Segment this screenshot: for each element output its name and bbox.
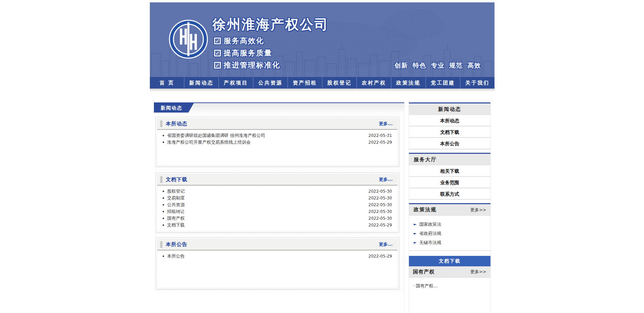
news-date: 2022-05-29 xyxy=(368,140,392,145)
checkbox-icon: ✓ xyxy=(214,38,221,44)
state-assets-item-label[interactable]: 国有产权... xyxy=(416,283,437,288)
value-word: 高效 xyxy=(467,61,481,70)
header-bar-icon xyxy=(160,121,162,127)
state-assets-title: 国有产权 xyxy=(413,269,435,275)
sidebar-gap xyxy=(409,149,490,153)
more-link[interactable]: 更多... xyxy=(379,121,393,127)
slogan-line: ✓ 提高服务质量 xyxy=(214,47,280,59)
nav-item-home[interactable]: 首 页 xyxy=(150,77,184,89)
sidebar-item-related-downloads[interactable]: 相关下载 xyxy=(409,165,490,177)
bullet-icon xyxy=(163,218,164,219)
news-date: 2022-05-29 xyxy=(368,223,392,227)
value-word: 创新 xyxy=(394,61,408,70)
policy-item-national[interactable]: ► 国家政策法 xyxy=(414,220,490,229)
news-title[interactable]: 招租转让 xyxy=(167,209,185,215)
nav-item-party-union[interactable]: 党工团建 xyxy=(426,77,460,89)
list-item[interactable]: 交易制度 2022-05-30 xyxy=(162,195,392,201)
tab-news[interactable]: 新闻动态 xyxy=(154,103,194,113)
sidebar-item-dynamics[interactable]: 本所动态 xyxy=(409,115,490,126)
values-line: 创新 特色 专业 规范 高效 xyxy=(394,61,481,70)
state-assets-more-link[interactable]: 更多>> xyxy=(470,269,486,275)
sidebar-item-announcements[interactable]: 本所公告 xyxy=(409,138,490,149)
nav-item-news[interactable]: 新闻动态 xyxy=(184,77,218,89)
list-item[interactable]: 招租转让 2022-05-30 xyxy=(162,208,392,215)
more-link[interactable]: 更多... xyxy=(379,176,393,183)
news-title[interactable]: 淮海产权公司开展产权交易系统线上培训会 xyxy=(167,139,251,145)
policy-more-link[interactable]: 更多>> xyxy=(470,207,486,213)
list-item[interactable]: 本所公告 2022-05-29 xyxy=(162,253,392,260)
sidebar-item-contact[interactable]: 联系方式 xyxy=(409,188,490,200)
policy-list: ► 国家政策法 ► 省政府法规 ► 无锡市法规 xyxy=(409,216,490,251)
more-link[interactable]: 更多... xyxy=(379,241,393,247)
slogan-text: 服务高效化 xyxy=(224,36,264,46)
company-logo xyxy=(168,19,208,59)
news-title[interactable]: 公共资源 xyxy=(167,202,185,208)
docs-download-banner[interactable]: 文档下载 xyxy=(409,256,490,266)
page: 徐州淮海产权公司 ✓ 服务高效化 ✓ 提高服务质量 ✓ 推进管理标准化 创新 特… xyxy=(0,0,644,313)
checkbox-icon: ✓ xyxy=(214,62,221,69)
value-word: 专业 xyxy=(431,61,444,70)
slogan-text: 推进管理标准化 xyxy=(224,60,280,70)
policy-item-label[interactable]: 无锡市法规 xyxy=(419,240,441,246)
news-date: 2022-05-30 xyxy=(368,189,392,194)
slogan-line: ✓ 服务高效化 xyxy=(214,35,280,47)
state-assets-header: 国有产权 更多>> xyxy=(409,266,490,278)
nav-shadow-strip xyxy=(150,89,495,92)
sidebar-menu-title: 新闻动态 xyxy=(409,103,490,115)
slogan-text: 提高服务质量 xyxy=(224,48,272,58)
news-title[interactable]: 省国资委调研组赴国盛集团调研 徐州淮海产权公司 xyxy=(167,133,265,139)
slogan-line: ✓ 推进管理标准化 xyxy=(214,59,280,71)
nav-item-about-us[interactable]: 关于我们 xyxy=(460,77,495,89)
list-item[interactable]: 股权登记 2022-05-30 xyxy=(162,188,392,195)
bullet-icon xyxy=(163,142,164,143)
header-banner: 徐州淮海产权公司 ✓ 服务高效化 ✓ 提高服务质量 ✓ 推进管理标准化 创新 特… xyxy=(150,2,495,77)
section-title: 文档下载 xyxy=(166,176,187,183)
sidebar-menu-service-hall: 服务大厅 相关下载 业务范围 联系方式 xyxy=(409,153,490,200)
nav-item-rural-property[interactable]: 农村产权 xyxy=(356,77,391,89)
bullet-icon xyxy=(163,256,164,257)
news-title[interactable]: 交易制度 xyxy=(167,195,185,201)
sidebar-item-documents[interactable]: 文档下载 xyxy=(409,126,490,138)
sidebar-gap xyxy=(409,200,490,203)
news-date: 2022-05-31 xyxy=(368,133,392,138)
news-tab-bar: 新闻动态 xyxy=(154,102,404,113)
nav-item-public-resources[interactable]: 公共资源 xyxy=(253,77,288,89)
news-column: 新闻动态 本所动态 更多... 省国资委调研组赴国盛集团调研 徐州淮海产权公司 … xyxy=(154,102,405,313)
section-header: 本所动态 更多... xyxy=(157,118,397,130)
header-bar-icon xyxy=(160,241,162,248)
arrow-right-icon: ► xyxy=(414,240,416,245)
section-header: 文档下载 更多... xyxy=(157,174,397,186)
list-item[interactable]: 文档下载 2022-05-29 xyxy=(162,222,392,228)
policy-header: 政策法规 更多>> xyxy=(409,204,490,216)
policy-item-label[interactable]: 国家政策法 xyxy=(419,221,441,227)
news-list: 股权登记 2022-05-30 交易制度 2022-05-30 公共资源 202… xyxy=(157,186,397,230)
news-date: 2022-05-30 xyxy=(368,209,392,214)
section-box-documents: 文档下载 更多... 股权登记 2022-05-30 交易制度 2022-05-… xyxy=(156,172,399,233)
worldmap-texture-2 xyxy=(383,9,444,40)
list-item[interactable]: 省国资委调研组赴国盛集团调研 徐州淮海产权公司 2022-05-31 xyxy=(162,132,392,139)
slogan-list: ✓ 服务高效化 ✓ 提高服务质量 ✓ 推进管理标准化 xyxy=(214,35,280,71)
nav-item-property-projects[interactable]: 产权项目 xyxy=(218,77,253,89)
news-title[interactable]: 股权登记 xyxy=(167,188,185,194)
news-title[interactable]: 文档下载 xyxy=(167,222,185,228)
nav-item-asset-leasing[interactable]: 资产招租 xyxy=(288,77,322,89)
state-assets-item[interactable]: · 国有产权... xyxy=(413,283,490,289)
news-date: 2022-05-30 xyxy=(368,196,392,200)
nav-item-equity-registration[interactable]: 股权登记 xyxy=(322,77,356,89)
nav-item-policies[interactable]: 政策法规 xyxy=(391,77,426,89)
list-item[interactable]: 公共资源 2022-05-30 xyxy=(162,201,392,208)
policy-item-label[interactable]: 省政府法规 xyxy=(419,231,441,237)
policy-item-municipal[interactable]: ► 无锡市法规 xyxy=(414,238,490,247)
sidebar-menu-title: 服务大厅 xyxy=(409,154,490,165)
list-item[interactable]: 国有产权 2022-05-30 xyxy=(162,215,392,222)
bullet-icon xyxy=(163,224,164,226)
news-date: 2022-05-30 xyxy=(368,216,392,221)
sidebar-menu-news: 新闻动态 本所动态 文档下载 本所公告 xyxy=(409,102,490,149)
section-header: 本所公告 更多... xyxy=(157,239,397,250)
policy-item-provincial[interactable]: ► 省政府法规 xyxy=(414,229,490,238)
list-item[interactable]: 淮海产权公司开展产权交易系统线上培训会 2022-05-29 xyxy=(162,139,392,146)
news-title[interactable]: 本所公告 xyxy=(167,253,185,259)
news-title[interactable]: 国有产权 xyxy=(167,215,185,221)
sidebar-item-business-scope[interactable]: 业务范围 xyxy=(409,177,490,188)
bullet-icon xyxy=(163,191,164,192)
